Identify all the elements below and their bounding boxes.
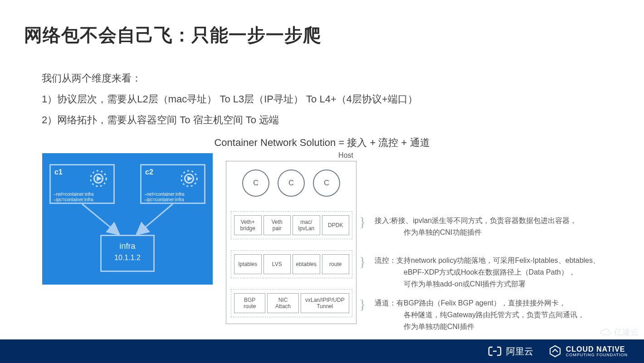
c1-label: c1 <box>54 168 63 176</box>
note-flow: 流控：支持network policy功能落地，可采用Felix-Iptable… <box>375 255 600 290</box>
chip: LVS <box>263 254 291 274</box>
chip: DPDK <box>322 215 350 235</box>
equation-text: Container Network Solution = 接入 + 流控 + 通… <box>0 136 644 150</box>
row-flow: Iptables LVS ebtables route <box>231 250 352 278</box>
intro-line-1: 我们从两个维度来看： <box>42 68 418 89</box>
hex-icon <box>549 345 561 358</box>
bracket-icon <box>488 346 502 357</box>
row-tunnel: BGProute NICAttach vxLan/IPIP/UDPTunnel <box>231 289 352 317</box>
watermark: 亿速云 <box>600 327 639 338</box>
chip: Vethpair <box>263 215 291 235</box>
container-c1: c1 –net=container:infra –ipc=container:i… <box>49 164 115 204</box>
chip: mac/IpvLan <box>293 215 320 235</box>
intro-line-2: 1）协议层次，需要从L2层（mac寻址） To L3层（IP寻址） To L4+… <box>42 89 418 110</box>
chip: BGProute <box>234 293 265 313</box>
chip: ebtables <box>293 254 320 274</box>
chip: NICAttach <box>267 293 298 313</box>
chip: Iptables <box>234 254 262 274</box>
cloud-native-logo: CLOUD NATIVE COMPUTING FOUNDATION <box>549 345 628 358</box>
cloud-icon <box>600 328 611 337</box>
chip: Veth+bridge <box>234 215 262 235</box>
left-diagram: c1 –net=container:infra –ipc=container:i… <box>42 153 213 285</box>
brace-icon: } <box>359 214 371 229</box>
chip: route <box>322 254 350 274</box>
brace-icon: } <box>359 254 371 269</box>
c2-label: c2 <box>145 168 153 176</box>
container-c2: c2 –net=container:infra –ipc=container:i… <box>140 164 205 204</box>
slide: 网络包不会自己飞：只能一步一步爬 我们从两个维度来看： 1）协议层次，需要从L2… <box>0 0 644 363</box>
note-access: 接入:桥接、ipvlan派生等不同方式，负责容器数据包进出容器， 作为单独的CN… <box>375 215 577 238</box>
footer-bar: 阿里云 CLOUD NATIVE COMPUTING FOUNDATION <box>0 339 644 363</box>
infra-box: infra 10.1.1.2 <box>100 235 155 272</box>
note-tunnel: 通道：有BGP路由（Felix BGP agent），直接挂接外网卡， 各种隧道… <box>375 297 585 333</box>
container-circle: C <box>242 169 269 197</box>
gear-icon <box>88 168 109 189</box>
c1-config: –net=container:infra –ipc=container:infr… <box>54 192 94 203</box>
svg-line-1 <box>137 204 173 234</box>
svg-marker-7 <box>187 176 193 181</box>
svg-line-0 <box>82 204 118 234</box>
chip: vxLan/IPIP/UDPTunnel <box>301 293 349 313</box>
infra-ip: 10.1.1.2 <box>102 254 153 262</box>
gear-icon <box>179 168 200 189</box>
svg-marker-9 <box>550 346 560 357</box>
host-label: Host <box>338 151 353 160</box>
intro-line-3: 2）网络拓扑，需要从容器空间 To 宿主机空间 To 远端 <box>42 110 418 131</box>
intro-block: 我们从两个维度来看： 1）协议层次，需要从L2层（mac寻址） To L3层（I… <box>42 68 418 131</box>
slide-title: 网络包不会自己飞：只能一步一步爬 <box>24 23 322 48</box>
aliyun-logo: 阿里云 <box>488 345 533 358</box>
infra-name: infra <box>102 242 153 251</box>
container-circle: C <box>278 169 305 197</box>
host-circles: C C C <box>226 169 356 200</box>
c2-config: –net=container:infra –ipc=container:infr… <box>144 192 185 203</box>
svg-marker-4 <box>97 176 102 181</box>
brace-icon: } <box>359 296 371 312</box>
row-access: Veth+bridge Vethpair mac/IpvLan DPDK <box>231 211 352 239</box>
host-box: Host C C C Veth+bridge Vethpair mac/IpvL… <box>226 161 356 324</box>
container-circle: C <box>313 169 340 197</box>
